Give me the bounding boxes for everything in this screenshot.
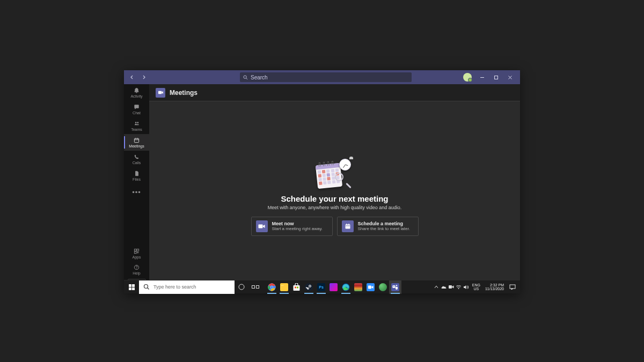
action-subtitle: Share the link to meet later. [358, 227, 410, 232]
calendar-icon [342, 220, 354, 232]
taskbar-app-generic3[interactable] [377, 280, 389, 294]
taskbar-time: 2:32 PM [490, 283, 504, 287]
svg-rect-21 [345, 225, 350, 229]
teams-app-window: Search Activity [124, 70, 520, 293]
svg-rect-35 [281, 286, 288, 290]
windows-taskbar: Type here to search Ps [124, 280, 520, 293]
edge-icon [342, 283, 350, 291]
sidebar-item-meetings[interactable]: Meetings [124, 134, 149, 151]
svg-rect-8 [134, 138, 138, 142]
sidebar-item-chat[interactable]: Chat [124, 101, 149, 117]
schedule-meeting-button[interactable]: Schedule a meeting Share the link to mee… [337, 217, 419, 236]
cortana-button[interactable] [235, 280, 248, 294]
svg-rect-3 [494, 76, 497, 79]
taskbar-app-generic1[interactable] [327, 280, 340, 294]
taskbar-app-store[interactable] [290, 280, 303, 294]
search-placeholder: Search [251, 75, 268, 80]
help-icon [134, 264, 140, 271]
sidebar-item-activity[interactable]: Activity [124, 84, 149, 101]
search-input[interactable]: Search [240, 72, 412, 82]
taskbar-app-steam[interactable] [303, 280, 315, 294]
sidebar-item-help[interactable]: Help [124, 261, 149, 277]
close-button[interactable] [503, 70, 517, 84]
photoshop-icon: Ps [317, 283, 325, 291]
taskbar-app-generic2[interactable] [352, 280, 364, 294]
windows-logo-icon [129, 284, 135, 290]
minimize-button[interactable] [475, 70, 489, 84]
svg-rect-44 [368, 285, 371, 289]
language-indicator[interactable]: ENG US [470, 283, 482, 291]
tray-meet-icon[interactable] [448, 280, 455, 294]
sidebar-overflow[interactable]: ••• [124, 184, 149, 201]
zoom-icon [367, 283, 375, 291]
sidebar-label: Files [133, 178, 141, 181]
taskbar-date: 11/13/2020 [485, 287, 504, 291]
svg-rect-48 [449, 285, 452, 289]
nav-arrows [127, 72, 149, 82]
user-avatar[interactable] [463, 73, 472, 82]
folder-icon [280, 283, 288, 291]
meetings-header-icon [156, 88, 165, 98]
start-button[interactable] [124, 280, 139, 294]
tray-onedrive-icon[interactable] [440, 280, 448, 294]
sidebar-label: Apps [133, 255, 141, 259]
app-icon [379, 283, 387, 291]
svg-rect-20 [259, 225, 263, 228]
window-controls [475, 70, 517, 84]
video-icon [256, 220, 268, 232]
sidebar-item-files[interactable]: Files [124, 167, 149, 184]
schedule-title: Schedule your next meeting [281, 194, 388, 203]
schedule-subtitle: Meet with anyone, anywhere with high qua… [268, 205, 402, 210]
sidebar-item-calls[interactable]: Calls [124, 151, 149, 167]
file-icon [134, 170, 140, 177]
taskbar-app-explorer[interactable] [278, 280, 290, 294]
svg-point-27 [239, 284, 244, 290]
content-area: Meetings [149, 84, 520, 293]
svg-line-26 [148, 288, 149, 290]
tray-wifi-icon[interactable] [455, 280, 463, 294]
action-row: Meet now Start a meeting right away. Sch… [251, 217, 419, 236]
taskbar-app-photoshop[interactable]: Ps [315, 280, 327, 294]
chat-icon [134, 104, 140, 110]
content-header: Meetings [149, 84, 520, 101]
taskbar-clock[interactable]: 2:32 PM 11/13/2020 [482, 283, 507, 291]
sidebar-item-apps[interactable]: Apps [124, 245, 149, 261]
svg-line-1 [246, 78, 247, 79]
svg-rect-28 [252, 286, 255, 289]
content-main: Schedule your next meeting Meet with any… [149, 101, 520, 293]
tray-chevron-up[interactable] [433, 280, 440, 294]
sidebar-label: Activity [130, 94, 142, 98]
sidebar-label: Help [133, 271, 140, 275]
store-icon [292, 283, 301, 291]
app-icon [354, 283, 362, 291]
sidebar-item-teams[interactable]: Teams [124, 117, 149, 134]
lang-bottom: US [474, 287, 479, 291]
taskbar-app-chrome[interactable] [266, 280, 278, 294]
task-view-icon [252, 284, 259, 290]
action-center-button[interactable] [507, 280, 518, 294]
ellipsis-icon: ••• [132, 188, 141, 196]
notification-icon [509, 284, 516, 290]
svg-point-40 [310, 285, 311, 286]
app-icon [330, 283, 338, 291]
svg-point-7 [137, 122, 138, 123]
system-tray: ENG US 2:32 PM 11/13/2020 [433, 280, 520, 293]
forward-button[interactable] [139, 72, 149, 82]
tray-volume-icon[interactable] [463, 280, 470, 294]
back-button[interactable] [127, 72, 137, 82]
taskbar-app-teams[interactable]: T [389, 280, 401, 294]
sidebar-label: Teams [131, 128, 142, 131]
svg-point-49 [458, 288, 459, 289]
taskbar-app-edge[interactable] [340, 280, 352, 294]
taskbar-app-zoom[interactable] [364, 280, 377, 294]
action-subtitle: Start a meeting right away. [272, 227, 323, 232]
maximize-button[interactable] [489, 70, 503, 84]
bell-icon [134, 87, 140, 94]
svg-point-0 [244, 75, 246, 78]
task-view-button[interactable] [248, 280, 262, 294]
svg-rect-29 [257, 286, 259, 289]
teams-icon: T [391, 283, 399, 291]
taskbar-search-input[interactable]: Type here to search [139, 280, 235, 294]
meet-now-button[interactable]: Meet now Start a meeting right away. [251, 217, 333, 236]
phone-icon [134, 153, 140, 160]
